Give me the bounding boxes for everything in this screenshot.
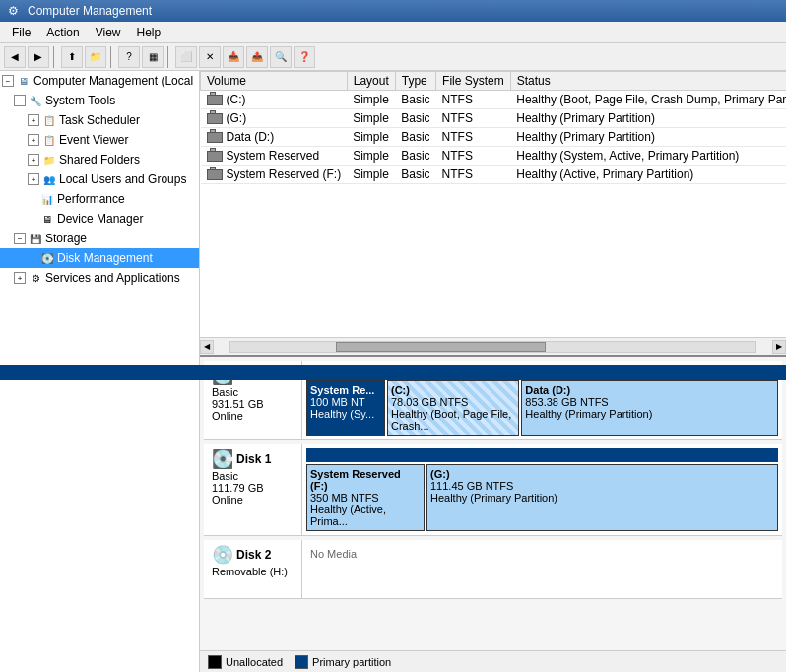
col-layout[interactable]: Layout (347, 72, 395, 91)
up-button[interactable]: ⬆ (61, 46, 83, 68)
cell-fs-1: NTFS (436, 109, 511, 128)
toolbar-import[interactable]: 📤 (246, 46, 268, 68)
performance-icon: 📊 (39, 191, 55, 207)
cell-type-3: Basic (395, 147, 435, 166)
services-icon: ⚙ (28, 270, 43, 286)
new-window[interactable]: ⬜ (175, 46, 197, 68)
cell-status-2: Healthy (Primary Partition) (510, 128, 786, 147)
disk0-part-d[interactable]: Data (D:) 853.38 GB NTFS Healthy (Primar… (521, 380, 778, 436)
tree-device-manager[interactable]: 🖥 Device Manager (0, 209, 199, 229)
toolbar: ◀ ▶ ⬆ 📁 ? ▦ ⬜ ✕ 📥 📤 🔍 ❓ (0, 43, 786, 71)
system-tools-icon: 🔧 (28, 93, 43, 108)
disk0-partitions: System Re... 100 MB NT Healthy (Sy... (C… (302, 361, 782, 439)
event-viewer-icon: 📋 (41, 132, 57, 148)
disk0-sysres-name: System Re... (310, 384, 381, 396)
tree-system-tools-label: System Tools (45, 94, 115, 107)
cell-fs-2: NTFS (436, 128, 511, 147)
disk1-g-status: Healthy (Primary Partition) (430, 492, 774, 504)
disk0-d-size: 853.38 GB NTFS (525, 396, 774, 408)
event-viewer-expand[interactable]: + (28, 134, 39, 146)
cell-fs-0: NTFS (436, 91, 511, 109)
tree-root[interactable]: − 🖥 Computer Management (Local (0, 71, 199, 91)
cell-layout-1: Simple (347, 109, 395, 128)
tree-shared-folders-label: Shared Folders (59, 153, 140, 167)
legend-unalloc-box (208, 655, 222, 669)
back-button[interactable]: ◀ (4, 46, 26, 68)
disk-row-1: 💽 Disk 1 Basic 111.79 GB Online System R… (204, 444, 782, 536)
tree-device-manager-label: Device Manager (57, 212, 143, 226)
cell-type-0: Basic (395, 91, 435, 109)
toolbar-export[interactable]: 📥 (223, 46, 244, 68)
tree-disk-management[interactable]: 💽 Disk Management (0, 248, 199, 268)
system-tools-expand[interactable]: − (14, 95, 26, 106)
tree-event-viewer[interactable]: + 📋 Event Viewer (0, 130, 199, 150)
disk2-icon: 💿 (212, 544, 233, 566)
table-row[interactable]: (G:) Simple Basic NTFS Healthy (Primary … (201, 109, 787, 128)
menu-file[interactable]: File (4, 24, 38, 41)
cell-status-0: Healthy (Boot, Page File, Crash Dump, Pr… (510, 91, 786, 109)
scroll-right-btn[interactable]: ▶ (772, 340, 786, 354)
disk0-part-c[interactable]: (C:) 78.03 GB NTFS Healthy (Boot, Page F… (387, 380, 519, 436)
task-scheduler-expand[interactable]: + (28, 114, 39, 126)
volumes-table-area[interactable]: Volume Layout Type File System Status (C… (200, 71, 786, 337)
table-row[interactable]: System Reserved (F:) Simple Basic NTFS H… (201, 166, 787, 184)
tree-task-scheduler-label: Task Scheduler (59, 113, 140, 127)
table-row[interactable]: (C:) Simple Basic NTFS Healthy (Boot, Pa… (201, 91, 787, 109)
menu-action[interactable]: Action (38, 24, 87, 41)
tree-shared-folders[interactable]: + 📁 Shared Folders (0, 150, 199, 169)
legend-unalloc-label: Unallocated (226, 656, 283, 668)
local-users-expand[interactable]: + (28, 173, 39, 185)
toolbar-x[interactable]: ✕ (199, 46, 221, 68)
disk1-partitions: System Reserved (F:) 350 MB NTFS Healthy… (302, 444, 782, 535)
disk1-part-g[interactable]: (G:) 111.45 GB NTFS Healthy (Primary Par… (426, 464, 778, 531)
tree-task-scheduler[interactable]: + 📋 Task Scheduler (0, 110, 199, 130)
table-row[interactable]: System Reserved Simple Basic NTFS Health… (201, 147, 787, 166)
cell-layout-0: Simple (347, 91, 395, 109)
tree-performance[interactable]: 📊 Performance (0, 189, 199, 209)
disk1-g-size: 111.45 GB NTFS (430, 480, 774, 492)
tree-services-apps[interactable]: + ⚙ Services and Applications (0, 268, 199, 288)
disk0-c-status: Healthy (Boot, Page File, Crash... (391, 408, 515, 432)
show-hide-tree[interactable]: 📁 (85, 46, 106, 68)
menu-view[interactable]: View (88, 24, 129, 41)
right-panel: Volume Layout Type File System Status (C… (200, 71, 786, 672)
scroll-thumb[interactable] (336, 342, 546, 352)
disk1-part-f[interactable]: System Reserved (F:) 350 MB NTFS Healthy… (306, 464, 425, 531)
disk1-f-name: System Reserved (F:) (310, 468, 421, 492)
cell-fs-4: NTFS (436, 166, 511, 184)
disk0-d-status: Healthy (Primary Partition) (525, 408, 774, 420)
table-row[interactable]: Data (D:) Simple Basic NTFS Healthy (Pri… (201, 128, 787, 147)
tree-system-tools[interactable]: − 🔧 System Tools (0, 91, 199, 110)
disk0-header-bar (200, 365, 786, 380)
scroll-track[interactable] (229, 341, 756, 353)
tree-storage[interactable]: − 💾 Storage (0, 229, 199, 248)
legend-primary-label: Primary partition (312, 656, 391, 668)
cell-layout-2: Simple (347, 128, 395, 147)
legend-primary-box (295, 655, 308, 669)
toolbar-search[interactable]: 🔍 (270, 46, 292, 68)
cell-layout-3: Simple (347, 147, 395, 166)
disk1-f-size: 350 MB NTFS (310, 492, 421, 504)
storage-icon: 💾 (28, 231, 43, 246)
toolbar-help2[interactable]: ❓ (294, 46, 315, 68)
disk2-type: Removable (H:) (212, 566, 294, 577)
col-filesystem[interactable]: File System (436, 72, 511, 91)
forward-button[interactable]: ▶ (28, 46, 49, 68)
toolbar-btn3[interactable]: ? (118, 46, 140, 68)
h-scrollbar[interactable]: ◀ ▶ (200, 337, 786, 355)
col-volume[interactable]: Volume (201, 72, 348, 91)
scroll-left-btn[interactable]: ◀ (200, 340, 214, 354)
menu-help[interactable]: Help (129, 24, 169, 41)
col-status[interactable]: Status (510, 72, 786, 91)
tree-local-users[interactable]: + 👥 Local Users and Groups (0, 169, 199, 189)
cell-type-2: Basic (395, 128, 435, 147)
services-expand[interactable]: + (14, 272, 26, 284)
shared-folders-expand[interactable]: + (28, 154, 39, 166)
toolbar-btn4[interactable]: ▦ (142, 46, 164, 68)
disk0-part-sysres[interactable]: System Re... 100 MB NT Healthy (Sy... (306, 380, 385, 436)
root-expand[interactable]: − (2, 75, 14, 87)
col-type[interactable]: Type (395, 72, 435, 91)
app-icon: ⚙ (8, 4, 22, 18)
main-container: − 🖥 Computer Management (Local − 🔧 Syste… (0, 71, 786, 672)
storage-expand[interactable]: − (14, 233, 26, 244)
